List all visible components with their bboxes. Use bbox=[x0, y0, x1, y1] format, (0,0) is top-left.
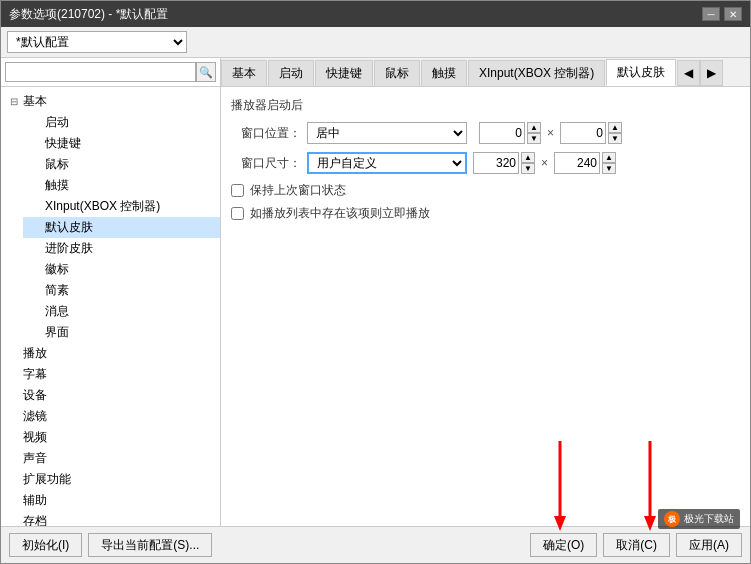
tree-item-message[interactable]: 消息 bbox=[23, 301, 220, 322]
section-title: 播放器启动后 bbox=[231, 97, 740, 114]
spinner1-wrap: ▲ ▼ bbox=[479, 122, 541, 144]
tree-label-extend: 扩展功能 bbox=[23, 471, 71, 488]
tab-xinput[interactable]: XInput(XBOX 控制器) bbox=[468, 60, 605, 86]
tab-scroll-left[interactable]: ◀ bbox=[677, 60, 700, 86]
checkbox1-row: 保持上次窗口状态 bbox=[231, 182, 740, 199]
tree-item-icon[interactable]: 徽标 bbox=[23, 259, 220, 280]
tab-basic[interactable]: 基本 bbox=[221, 60, 267, 86]
tree-item-assist[interactable]: 辅助 bbox=[1, 490, 220, 511]
spinner2-down[interactable]: ▼ bbox=[608, 133, 622, 144]
spinner4-wrap: ▲ ▼ bbox=[554, 152, 616, 174]
window-pos-row: 窗口位置： 居中 ▲ ▼ × bbox=[231, 122, 740, 144]
checkbox1-label: 保持上次窗口状态 bbox=[250, 182, 346, 199]
tree-label-hotkey: 快捷键 bbox=[45, 135, 81, 152]
main-window: 参数选项(210702) - *默认配置 ─ ✕ *默认配置 🔍 ⊟ 基本 bbox=[0, 0, 751, 564]
tab-start[interactable]: 启动 bbox=[268, 60, 314, 86]
spinner4-down[interactable]: ▼ bbox=[602, 163, 616, 174]
init-button[interactable]: 初始化(I) bbox=[9, 533, 82, 557]
sidebar: 🔍 ⊟ 基本 启动 快捷键 鼠标 触摸 bbox=[1, 58, 221, 526]
tab-scroll-right[interactable]: ▶ bbox=[700, 60, 723, 86]
close-button[interactable]: ✕ bbox=[724, 7, 742, 21]
spinner2-up[interactable]: ▲ bbox=[608, 122, 622, 133]
tree-label-xinput: XInput(XBOX 控制器) bbox=[45, 198, 160, 215]
config-bar: *默认配置 bbox=[1, 27, 750, 58]
tree-label-icon: 徽标 bbox=[45, 261, 69, 278]
tree-item-basic[interactable]: ⊟ 基本 bbox=[1, 91, 220, 112]
window-pos-label: 窗口位置： bbox=[231, 125, 301, 142]
tree-label-basic: 基本 bbox=[23, 93, 47, 110]
tree: ⊟ 基本 启动 快捷键 鼠标 触摸 XInput(XBOX 控制器) bbox=[1, 87, 220, 526]
confirm-button[interactable]: 确定(O) bbox=[530, 533, 597, 557]
tree-label-simple: 简素 bbox=[45, 282, 69, 299]
bottom-right-btns: 确定(O) 取消(C) 应用(A) bbox=[530, 533, 742, 557]
window-size-label: 窗口尺寸： bbox=[231, 155, 301, 172]
window-title: 参数选项(210702) - *默认配置 bbox=[9, 6, 168, 23]
spinner2-wrap: ▲ ▼ bbox=[560, 122, 622, 144]
tabs-bar: 基本启动快捷键鼠标触摸XInput(XBOX 控制器)默认皮肤◀▶ bbox=[221, 58, 750, 87]
main-area: 🔍 ⊟ 基本 启动 快捷键 鼠标 触摸 bbox=[1, 58, 750, 526]
tree-item-playback[interactable]: 播放 bbox=[1, 343, 220, 364]
spinner4-input[interactable] bbox=[554, 152, 600, 174]
tree-label-filter: 滤镜 bbox=[23, 408, 47, 425]
spinner4-up[interactable]: ▲ bbox=[602, 152, 616, 163]
tree-item-start[interactable]: 启动 bbox=[23, 112, 220, 133]
window-pos-select[interactable]: 居中 bbox=[307, 122, 467, 144]
search-button[interactable]: 🔍 bbox=[196, 62, 216, 82]
title-bar: 参数选项(210702) - *默认配置 ─ ✕ bbox=[1, 1, 750, 27]
spinner1-input[interactable] bbox=[479, 122, 525, 144]
export-button[interactable]: 导出当前配置(S)... bbox=[88, 533, 212, 557]
pin-button[interactable]: ─ bbox=[702, 7, 720, 21]
tab-mouse[interactable]: 鼠标 bbox=[374, 60, 420, 86]
tree-item-video[interactable]: 视频 bbox=[1, 427, 220, 448]
spinner1-up[interactable]: ▲ bbox=[527, 122, 541, 133]
tree-label-start: 启动 bbox=[45, 114, 69, 131]
search-input[interactable] bbox=[5, 62, 196, 82]
tab-touch[interactable]: 触摸 bbox=[421, 60, 467, 86]
spinner1-down[interactable]: ▼ bbox=[527, 133, 541, 144]
tree-item-device[interactable]: 设备 bbox=[1, 385, 220, 406]
tree-item-subtitle[interactable]: 字幕 bbox=[1, 364, 220, 385]
bottom-left-btns: 初始化(I) 导出当前配置(S)... bbox=[9, 533, 212, 557]
tree-label-assist: 辅助 bbox=[23, 492, 47, 509]
tree-label-doc: 存档 bbox=[23, 513, 47, 526]
tree-item-filter[interactable]: 滤镜 bbox=[1, 406, 220, 427]
checkbox2[interactable] bbox=[231, 207, 244, 220]
spinner2-input[interactable] bbox=[560, 122, 606, 144]
tree-label-advanced_skin: 进阶皮肤 bbox=[45, 240, 93, 257]
times-symbol-1: × bbox=[547, 126, 554, 140]
spinner3-down[interactable]: ▼ bbox=[521, 163, 535, 174]
spinner2-btns: ▲ ▼ bbox=[608, 122, 622, 144]
tree-label-device: 设备 bbox=[23, 387, 47, 404]
tree-item-audio[interactable]: 声音 bbox=[1, 448, 220, 469]
tree-item-interface[interactable]: 界面 bbox=[23, 322, 220, 343]
tree-item-hotkey[interactable]: 快捷键 bbox=[23, 133, 220, 154]
tab-hotkey[interactable]: 快捷键 bbox=[315, 60, 373, 86]
tree-item-xinput[interactable]: XInput(XBOX 控制器) bbox=[23, 196, 220, 217]
tree-item-skin[interactable]: 默认皮肤 bbox=[23, 217, 220, 238]
tree-item-doc[interactable]: 存档 bbox=[1, 511, 220, 526]
config-select[interactable]: *默认配置 bbox=[7, 31, 187, 53]
spinner4-btns: ▲ ▼ bbox=[602, 152, 616, 174]
search-icon: 🔍 bbox=[199, 66, 213, 79]
expander-basic: ⊟ bbox=[7, 96, 21, 107]
tree-item-touch[interactable]: 触摸 bbox=[23, 175, 220, 196]
content-panel: 基本启动快捷键鼠标触摸XInput(XBOX 控制器)默认皮肤◀▶ 播放器启动后… bbox=[221, 58, 750, 526]
bottom-bar: 初始化(I) 导出当前配置(S)... 确定(O) 取消(C) 应用(A) bbox=[1, 526, 750, 563]
tree-label-skin: 默认皮肤 bbox=[45, 219, 93, 236]
apply-button[interactable]: 应用(A) bbox=[676, 533, 742, 557]
tree-label-playback: 播放 bbox=[23, 345, 47, 362]
tree-item-simple[interactable]: 简素 bbox=[23, 280, 220, 301]
tree-item-extend[interactable]: 扩展功能 bbox=[1, 469, 220, 490]
tree-item-advanced_skin[interactable]: 进阶皮肤 bbox=[23, 238, 220, 259]
spinner3-input[interactable] bbox=[473, 152, 519, 174]
panel-body: 播放器启动后 窗口位置： 居中 ▲ ▼ × bbox=[221, 87, 750, 526]
title-controls: ─ ✕ bbox=[702, 7, 742, 21]
checkbox1[interactable] bbox=[231, 184, 244, 197]
spinner3-up[interactable]: ▲ bbox=[521, 152, 535, 163]
tab-skin[interactable]: 默认皮肤 bbox=[606, 59, 676, 86]
cancel-button[interactable]: 取消(C) bbox=[603, 533, 670, 557]
window-size-select[interactable]: 用户自定义 bbox=[307, 152, 467, 174]
tree-label-touch: 触摸 bbox=[45, 177, 69, 194]
tree-item-mouse[interactable]: 鼠标 bbox=[23, 154, 220, 175]
tree-label-message: 消息 bbox=[45, 303, 69, 320]
